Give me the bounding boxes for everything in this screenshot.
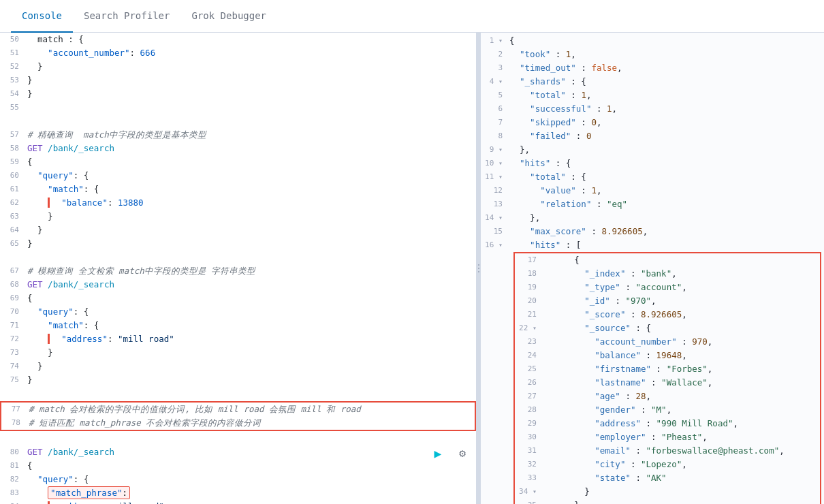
line-55: 55 <box>0 101 476 114</box>
r-linenum-18: 18 <box>515 267 542 280</box>
line-content-57: # 精确查询 match中字段的类型是基本类型 <box>26 128 476 142</box>
line-59: 59 { <box>0 155 476 169</box>
r-content-22: "_source" : { <box>542 321 820 335</box>
line-num-76 <box>0 387 26 400</box>
r-line-5: 5 "total" : 1, <box>481 89 824 102</box>
r-line-11: 11 ▾ "total" : { <box>481 170 824 184</box>
line-58: 58 GET /bank/_search <box>0 142 476 155</box>
output-code-area[interactable]: 1 ▾ { 2 "took" : 1, 3 "timed_out" : fals… <box>481 33 824 504</box>
line-content-58: GET /bank/_search <box>26 142 476 155</box>
r-line-27: 27 "age" : 28, <box>515 390 820 403</box>
line-78: 78 # 短语匹配 match_phrase 不会对检索字段的内容做分词 <box>1 416 475 430</box>
line-65: 65 } <box>0 237 476 251</box>
tab-grok-debugger[interactable]: Grok Debugger <box>180 0 277 33</box>
line-83: 83 "match_phrase": <box>0 486 476 500</box>
line-num-57: 57 <box>0 128 26 141</box>
r-linenum-26: 26 <box>515 376 542 389</box>
tab-search-profiler[interactable]: Search Profiler <box>73 0 180 33</box>
line-num-77: 77 <box>1 403 27 415</box>
r-content-26: "lastname" : "Wallace", <box>542 376 820 390</box>
r-line-25: 25 "firstname" : "Forbes", <box>515 362 820 376</box>
tab-console[interactable]: Console <box>11 0 73 33</box>
r-content-17: { <box>542 253 820 267</box>
r-content-5: "total" : 1, <box>508 89 824 102</box>
r-content-34: } <box>542 485 820 499</box>
line-content-67: # 模糊查询 全文检索 match中字段的类型是 字符串类型 <box>26 264 476 278</box>
line-51: 51 "account_number": 666 <box>0 46 476 60</box>
line-53: 53 } <box>0 74 476 87</box>
line-84: 84 address : mill road" <box>0 500 476 504</box>
line-content-81: { <box>26 459 476 473</box>
line-content-79 <box>26 432 476 445</box>
r-highlight-region: 17 { 18 "_index" : "bank", 19 "_type" : … <box>513 252 821 504</box>
settings-button[interactable]: ⚙ <box>456 447 469 460</box>
r-content-33: "state" : "AK" <box>542 471 820 485</box>
line-63: 63 } <box>0 210 476 223</box>
line-content-61: "match": { <box>26 183 476 196</box>
r-linenum-23: 23 <box>515 335 542 348</box>
r-content-25: "firstname" : "Forbes", <box>542 362 820 376</box>
line-82: 82 "query": { <box>0 473 476 486</box>
r-content-27: "age" : 28, <box>542 390 820 403</box>
line-68: 68 GET /bank/_search <box>0 278 476 292</box>
r-line-1: 1 ▾ { <box>481 34 824 48</box>
line-content-76 <box>26 387 476 400</box>
r-line-10: 10 ▾ "hits" : { <box>481 157 824 170</box>
line-num-71: 71 <box>0 319 26 332</box>
r-line-33: 33 "state" : "AK" <box>515 471 820 485</box>
line-64: 64 } <box>0 223 476 237</box>
line-71: 71 "match": { <box>0 319 476 332</box>
line-num-79 <box>0 432 26 445</box>
line-num-62: 62 <box>0 196 26 209</box>
r-content-6: "successful" : 1, <box>508 102 824 116</box>
line-content-84: address : mill road" <box>26 500 476 504</box>
r-content-29: "address" : "990 Mill Road", <box>542 417 820 430</box>
r-content-3: "timed_out" : false, <box>508 61 824 75</box>
line-67: 67 # 模糊查询 全文检索 match中字段的类型是 字符串类型 <box>0 264 476 278</box>
tab-search-profiler-label: Search Profiler <box>84 10 170 21</box>
line-num-75: 75 <box>0 373 26 386</box>
r-line-15: 15 "max_score" : 8.926605, <box>481 225 824 238</box>
r-line-26: 26 "lastname" : "Wallace", <box>515 376 820 390</box>
r-content-32: "city" : "Lopezo", <box>542 458 820 471</box>
line-66 <box>0 251 476 264</box>
r-linenum-10: 10 ▾ <box>481 157 508 170</box>
main-content: 50 match : { 51 "account_number": 666 52… <box>0 33 824 504</box>
r-line-20: 20 "_id" : "970", <box>515 294 820 308</box>
line-content-71: "match": { <box>26 319 476 332</box>
line-content-73: } <box>26 346 476 360</box>
line-52: 52 } <box>0 60 476 74</box>
r-content-12: "value" : 1, <box>508 184 824 198</box>
line-content-65: } <box>26 237 476 251</box>
editor-code-area[interactable]: 50 match : { 51 "account_number": 666 52… <box>0 33 476 504</box>
r-content-21: "_score" : 8.926605, <box>542 308 820 321</box>
r-line-21: 21 "_score" : 8.926605, <box>515 308 820 321</box>
r-linenum-14: 14 ▾ <box>481 211 508 224</box>
r-line-31: 31 "email" : "forbeswallace@pheast.com", <box>515 444 820 458</box>
line-content-66 <box>26 251 476 264</box>
r-line-13: 13 "relation" : "eq" <box>481 198 824 211</box>
line-74: 74 } <box>0 360 476 373</box>
r-line-22: 22 ▾ "_source" : { <box>515 321 820 335</box>
line-num-66 <box>0 251 26 264</box>
r-content-1: { <box>508 34 824 48</box>
line-content-70: "query": { <box>26 305 476 319</box>
line-57: 57 # 精确查询 match中字段的类型是基本类型 <box>0 128 476 142</box>
r-content-4: "_shards" : { <box>508 75 824 89</box>
tab-console-label: Console <box>22 10 62 21</box>
line-content-80: GET /bank/_search <box>26 445 476 459</box>
line-num-67: 67 <box>0 264 26 277</box>
r-linenum-2: 2 <box>481 48 508 61</box>
line-content-72: "address": "mill road" <box>26 332 476 346</box>
r-linenum-9: 9 ▾ <box>481 143 508 156</box>
r-linenum-4: 4 ▾ <box>481 75 508 88</box>
line-content-62: "balance": 13880 <box>26 196 476 210</box>
line-60: 60 "query": { <box>0 169 476 183</box>
line-77: 77 # match 会对检索的字段中的值做分词, 比如 mill road 会… <box>1 403 475 416</box>
r-linenum-32: 32 <box>515 458 542 471</box>
play-button[interactable]: ▶ <box>431 447 445 460</box>
line-num-56 <box>0 114 26 127</box>
line-content-51: "account_number": 666 <box>26 46 476 60</box>
r-linenum-12: 12 <box>481 184 508 197</box>
line-content-78: # 短语匹配 match_phrase 不会对检索字段的内容做分词 <box>27 416 475 430</box>
